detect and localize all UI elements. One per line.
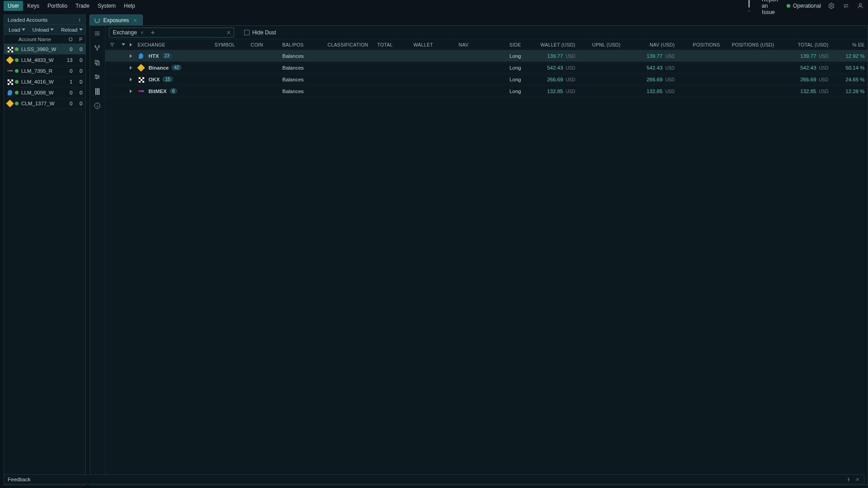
gear-icon xyxy=(828,2,835,9)
unload-button[interactable]: Unload xyxy=(28,26,57,34)
grid-row[interactable]: OKX15BalancesLong266.69USD266.69USD266.6… xyxy=(105,74,868,85)
account-row[interactable]: LLM_7395_R00 xyxy=(4,66,85,76)
navusd-cell: 542.43USD xyxy=(623,65,678,70)
rail-copy-button[interactable] xyxy=(92,57,102,67)
svg-point-3 xyxy=(99,46,100,47)
rail-menu-button[interactable] xyxy=(92,28,102,38)
account-row[interactable]: LLSS_3960_W00 xyxy=(4,44,85,55)
grid-body: HTX23BalancesLong139.77USD139.77USD139.7… xyxy=(105,50,868,97)
col-navusd[interactable]: NAV (USD) xyxy=(623,42,678,47)
rail-hierarchy-button[interactable] xyxy=(92,43,102,53)
col-ee[interactable]: % EE xyxy=(831,42,868,47)
account-name: LLM_4016_W xyxy=(21,79,63,84)
col-expand2[interactable] xyxy=(127,43,135,47)
load-button[interactable]: Load xyxy=(4,26,28,34)
columns-icon: ||| xyxy=(95,87,99,95)
grid-row[interactable]: Binance42BalancesLong542.43USD542.43USD5… xyxy=(105,62,868,74)
copy-icon xyxy=(94,59,101,66)
side-cell: Long xyxy=(492,77,524,82)
feedback-label: Feedback xyxy=(8,477,31,482)
accounts-panel-title: Loaded Accounts xyxy=(8,17,47,23)
menu-user[interactable]: User xyxy=(4,1,23,11)
account-row[interactable]: LLM_4833_W130 xyxy=(4,55,85,66)
expand-button[interactable] xyxy=(127,78,135,81)
account-p: 0 xyxy=(73,90,83,95)
rail-sliders-button[interactable] xyxy=(92,72,102,82)
balpos-cell: Balances xyxy=(280,65,325,70)
status-dot-icon xyxy=(15,102,19,105)
tab-exposures[interactable]: Exposures xyxy=(90,14,143,25)
navusd-cell: 139.77USD xyxy=(623,53,678,59)
col-side[interactable]: SIDE xyxy=(492,42,524,47)
col-expand1[interactable] xyxy=(119,43,127,46)
menu-keys[interactable]: Keys xyxy=(23,1,43,11)
col-totalusd[interactable]: TOTAL (USD) xyxy=(777,42,831,47)
menu-help[interactable]: Help xyxy=(120,1,139,11)
col-o: O xyxy=(63,37,73,42)
account-row[interactable]: LLM_4016_W10 xyxy=(4,76,85,87)
hide-dust-toggle[interactable]: Hide Dust xyxy=(244,29,276,36)
chip-add-button[interactable] xyxy=(150,29,156,36)
exchange-cell: Binance42 xyxy=(135,65,212,71)
account-name: LLSS_3960_W xyxy=(21,47,63,52)
col-positions[interactable]: POSITIONS xyxy=(678,42,723,47)
hierarchy-icon xyxy=(94,44,101,52)
exchange-cell: BitMEX6 xyxy=(135,88,212,94)
col-wallet[interactable]: WALLET xyxy=(411,42,456,47)
grid-row[interactable]: BitMEX6BalancesLong132.85USD132.85USD132… xyxy=(105,85,868,97)
caret-right-icon xyxy=(130,89,132,93)
accounts-panel-header: Loaded Accounts xyxy=(4,15,85,25)
status-dot-icon xyxy=(15,58,19,62)
grid-header: EXCHANGE SYMBOL COIN BAL/POS CLASSIFICAT… xyxy=(105,39,868,50)
rail-info-button[interactable] xyxy=(92,101,102,111)
col-symbol[interactable]: SYMBOL xyxy=(212,42,248,47)
filter-column-button[interactable] xyxy=(105,42,119,47)
col-balpos[interactable]: BAL/POS xyxy=(280,42,325,47)
account-row[interactable]: CLM_1377_W00 xyxy=(4,98,85,109)
menu-trade[interactable]: Trade xyxy=(71,1,94,11)
col-class[interactable]: CLASSIFICATION xyxy=(325,42,375,47)
grid-row[interactable]: HTX23BalancesLong139.77USD139.77USD139.7… xyxy=(105,50,868,62)
col-walletusd[interactable]: WALLET (USD) xyxy=(524,42,578,47)
balpos-cell: Balances xyxy=(280,89,325,94)
status-dot-icon xyxy=(787,4,790,8)
count-badge: 15 xyxy=(162,76,173,82)
accounts-toolbar: LoadUnloadReload xyxy=(4,25,85,35)
group-chip-exchange[interactable]: Exchange xyxy=(111,29,146,36)
account-p: 0 xyxy=(73,101,83,106)
feedback-bar: Feedback xyxy=(4,474,864,484)
account-row[interactable]: LLM_0098_W00 xyxy=(4,87,85,98)
checkbox-icon xyxy=(244,30,250,35)
reload-button[interactable]: Reload xyxy=(57,26,85,34)
expand-button[interactable] xyxy=(127,54,135,58)
main-area: Exposures ||| Exchange xyxy=(90,14,868,485)
status-indicator: Operational xyxy=(787,3,821,9)
swap-button[interactable] xyxy=(842,2,850,10)
col-total[interactable]: TOTAL xyxy=(375,42,411,47)
col-upnl[interactable]: UPNL (USD) xyxy=(578,42,623,47)
chip-remove-button[interactable] xyxy=(140,30,144,35)
balpos-cell: Balances xyxy=(280,53,325,59)
pin-icon[interactable] xyxy=(77,18,82,22)
col-exchange[interactable]: EXCHANGE xyxy=(135,42,212,47)
rail-columns-button[interactable]: ||| xyxy=(92,86,102,96)
svg-point-1 xyxy=(859,4,861,6)
feedback-pin-button[interactable] xyxy=(846,477,851,482)
feedback-close-button[interactable] xyxy=(855,477,860,482)
settings-button[interactable] xyxy=(827,2,835,10)
exposures-panel: ||| Exchange Hid xyxy=(90,25,868,485)
accounts-panel: Loaded Accounts LoadUnloadReload Account… xyxy=(4,14,86,485)
col-nav[interactable]: NAV xyxy=(456,42,492,47)
spinner-icon xyxy=(94,18,100,23)
menu-system[interactable]: System xyxy=(94,1,120,11)
count-badge: 6 xyxy=(170,88,178,94)
tab-close-button[interactable] xyxy=(132,18,138,23)
col-posusd[interactable]: POSITIONS (USD) xyxy=(723,42,777,47)
expand-button[interactable] xyxy=(127,66,135,70)
expand-button[interactable] xyxy=(127,89,135,93)
walletusd-cell: 132.85USD xyxy=(524,89,578,94)
col-coin[interactable]: COIN xyxy=(248,42,280,47)
user-button[interactable] xyxy=(856,2,864,10)
filter-clear-button[interactable] xyxy=(226,29,232,36)
menu-portfolio[interactable]: Portfolio xyxy=(43,1,71,11)
